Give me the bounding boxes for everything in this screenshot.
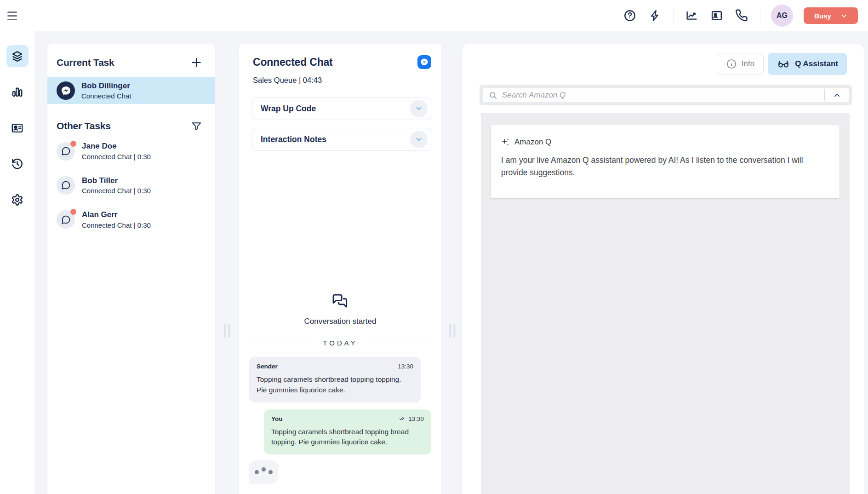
message-time: 13:30	[398, 415, 424, 422]
message-sender: You	[271, 415, 283, 422]
task-row[interactable]: Bob Tiller Connected Chat | 0:30	[47, 176, 215, 195]
plus-icon	[190, 57, 202, 69]
agent-status-label: Busy	[814, 12, 831, 20]
task-row[interactable]: Alan Gerr Connected Chat | 0:30	[47, 210, 215, 229]
sidebar-item-metrics[interactable]	[6, 81, 29, 103]
avatar[interactable]: AG	[771, 5, 793, 27]
q-suggestions-area: Amazon Q I am your live Amazon Q assista…	[481, 113, 850, 494]
message-sender: Sender	[257, 363, 278, 370]
chat-title: Connected Chat	[253, 56, 333, 69]
layers-icon	[11, 50, 23, 63]
interaction-notes-accordion[interactable]: Interaction Notes	[252, 128, 431, 151]
conversation-area: Conversation started TODAY Sender 13:30 …	[239, 293, 442, 494]
agent-workspace: AG Busy	[0, 0, 868, 494]
help-icon[interactable]	[622, 8, 637, 23]
tab-info[interactable]: Info	[717, 53, 764, 75]
chat-message-incoming: Sender 13:30 Topping caramels shortbread…	[249, 357, 421, 402]
sidebar-item-history[interactable]	[6, 153, 29, 175]
message-text: Topping caramels shortbread topping brea…	[271, 427, 424, 447]
info-icon	[726, 58, 737, 69]
search-input[interactable]	[497, 91, 824, 100]
tab-label: Info	[742, 59, 754, 69]
task-name: Jane Doe	[82, 142, 151, 151]
sidebar-item-contacts[interactable]	[6, 117, 29, 139]
sidebar-item-tasks[interactable]	[6, 45, 29, 67]
message-time: 13:30	[398, 363, 413, 370]
current-task-title: Current Task	[57, 57, 114, 68]
message-text: Topping caramels shortbread topping topp…	[257, 374, 413, 395]
add-task-button[interactable]	[189, 55, 204, 70]
task-name: Bob Tiller	[82, 176, 151, 185]
tab-label: Q Assistant	[795, 59, 838, 69]
panel-resizer[interactable]	[442, 31, 462, 494]
chat-panel: Connected Chat Sales Queue | 04:43 Wrap …	[239, 44, 442, 494]
sidebar-item-settings[interactable]	[6, 189, 29, 211]
unread-dot	[70, 141, 76, 147]
task-subtitle: Connected Chat | 0:30	[82, 221, 151, 229]
messenger-channel-icon	[417, 55, 431, 69]
top-bar: AG Busy	[0, 0, 868, 31]
resize-handle-icon[interactable]	[224, 324, 230, 338]
contact-card-icon	[11, 122, 23, 134]
sparkle-icon	[501, 137, 510, 147]
chat-bubbles-icon	[331, 293, 350, 310]
tab-q-assistant[interactable]: Q Assistant	[768, 53, 847, 75]
quick-actions-icon[interactable]	[648, 8, 662, 23]
task-row-text: Jane Doe Connected Chat | 0:30	[82, 142, 151, 160]
chevron-down-icon[interactable]	[410, 131, 428, 148]
agent-directory-icon[interactable]	[709, 8, 724, 23]
funnel-icon	[191, 121, 202, 132]
task-name: Alan Gerr	[82, 210, 151, 219]
task-row-current[interactable]: Bob Dillinger Connected Chat	[47, 77, 215, 104]
q-search-bar	[480, 85, 852, 105]
conversation-status: Conversation started	[304, 293, 377, 326]
task-row-text: Bob Dillinger Connected Chat	[81, 81, 131, 100]
accordion-label: Interaction Notes	[261, 135, 326, 144]
wrap-up-code-accordion[interactable]: Wrap Up Code	[252, 97, 431, 120]
messenger-avatar-icon	[57, 81, 75, 100]
task-name: Bob Dillinger	[81, 81, 131, 91]
task-row-text: Bob Tiller Connected Chat | 0:30	[82, 176, 151, 195]
hamburger-menu-icon[interactable]	[7, 8, 23, 23]
chevron-down-icon[interactable]	[410, 100, 428, 117]
conversation-status-text: Conversation started	[304, 317, 377, 326]
gear-icon	[11, 194, 23, 206]
chat-avatar-icon	[57, 176, 75, 195]
resize-handle-icon[interactable]	[449, 324, 455, 338]
amazon-q-welcome-card: Amazon Q I am your live Amazon Q assista…	[491, 125, 839, 198]
chat-avatar-icon	[57, 142, 75, 161]
q-card-body: I am your live Amazon Q assistant powere…	[501, 154, 829, 179]
panel-resizer[interactable]	[215, 31, 239, 494]
day-divider-label: TODAY	[323, 339, 357, 347]
glasses-icon	[777, 58, 790, 70]
task-subtitle: Connected Chat	[81, 92, 131, 100]
filter-tasks-button[interactable]	[189, 119, 204, 133]
chevron-down-icon	[840, 12, 847, 19]
workspace-body: Current Task Bob Dillinger Connected Cha…	[0, 31, 868, 494]
task-list-panel: Current Task Bob Dillinger Connected Cha…	[47, 44, 215, 494]
day-divider: TODAY	[250, 339, 430, 347]
bar-chart-icon	[11, 86, 23, 98]
assistant-tabs: Info Q Assistant	[462, 44, 864, 75]
unread-dot	[70, 209, 76, 215]
agent-status-dropdown[interactable]: Busy	[804, 7, 858, 24]
top-bar-divider	[673, 9, 674, 23]
collapse-search-button[interactable]	[825, 92, 849, 99]
chat-avatar-icon	[57, 210, 75, 229]
chevron-up-icon	[833, 92, 841, 99]
other-tasks-header: Other Tasks	[47, 104, 215, 142]
task-subtitle: Connected Chat | 0:30	[82, 153, 151, 161]
assistant-panel: Info Q Assistant	[462, 44, 864, 494]
queue-timer: Sales Queue | 04:43	[253, 76, 431, 85]
typing-indicator	[249, 460, 278, 484]
task-row[interactable]: Jane Doe Connected Chat | 0:30	[47, 142, 215, 160]
current-task-header: Current Task	[47, 44, 215, 77]
q-card-title: Amazon Q	[514, 138, 551, 147]
phone-icon[interactable]	[735, 8, 749, 23]
other-tasks-title: Other Tasks	[57, 121, 111, 132]
chat-message-outgoing: You 13:30 Topping caramels shortbread to…	[264, 409, 431, 454]
metrics-icon[interactable]	[684, 8, 699, 23]
task-row-text: Alan Gerr Connected Chat | 0:30	[82, 210, 151, 229]
history-icon	[11, 158, 23, 170]
top-bar-divider	[760, 9, 760, 23]
